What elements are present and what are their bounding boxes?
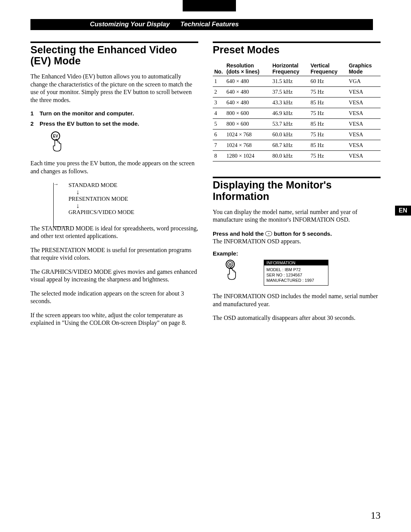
th-resolution: Resolution(dots × lines)	[225, 62, 271, 76]
table-cell: VGA	[347, 76, 381, 87]
table-cell: VESA	[347, 87, 381, 97]
table-cell: 43.3 kHz	[271, 97, 309, 108]
table-cell: 68.7 kHz	[271, 140, 309, 151]
arrow-down-icon: ↓	[76, 189, 198, 195]
header-left: Customizing Your Display	[30, 19, 175, 30]
ev-after-steps: Each time you press the EV button, the m…	[30, 160, 198, 175]
right-column: Preset Modes No. Resolution(dots × lines…	[213, 42, 381, 333]
table-row: 61024 × 76860.0 kHz75 HzVESA	[213, 129, 381, 140]
ev-intro: The Enhanced Video (EV) button allows yo…	[30, 73, 198, 104]
th-hfreq: HorizontalFrequency	[271, 62, 309, 76]
step-1: 1 Turn on the monitor and computer.	[30, 110, 198, 117]
table-cell: 46.9 kHz	[271, 108, 309, 119]
table-cell: VESA	[347, 129, 381, 140]
section-header-bar: Customizing Your Display Technical Featu…	[30, 19, 381, 30]
mode-diagram: → STANDARD MODE ↓ PRESENTATION MODE ↓ GR…	[53, 181, 198, 216]
th-no: No.	[213, 62, 225, 76]
table-cell: VESA	[347, 151, 381, 161]
section-rule	[30, 42, 198, 43]
osd-timeout-note: The OSD automatically disappears after a…	[213, 314, 381, 322]
table-cell: 1	[213, 76, 225, 87]
table-cell: 75 Hz	[309, 129, 347, 140]
table-cell: 640 × 480	[225, 97, 271, 108]
menu-button-press-icon	[224, 260, 241, 282]
table-row: 3640 × 48043.3 kHz85 HzVESA	[213, 97, 381, 108]
svg-text:EV: EV	[53, 134, 58, 138]
table-row: 5800 × 60053.7 kHz85 HzVESA	[213, 119, 381, 129]
arrow-right-icon: →	[53, 181, 59, 187]
table-row: 1640 × 48031.5 kHz60 HzVGA	[213, 76, 381, 87]
osd-serial: SER NO : 1234567	[266, 272, 326, 278]
table-cell: 6	[213, 129, 225, 140]
preset-modes-title: Preset Modes	[213, 45, 381, 56]
example-label: Example:	[213, 250, 381, 257]
table-cell: 85 Hz	[309, 140, 347, 151]
table-cell: VESA	[347, 119, 381, 129]
menu-button-icon: ≡	[265, 231, 272, 236]
left-column: Selecting the Enhanced Video (EV) Mode T…	[30, 42, 198, 333]
table-cell: 5	[213, 119, 225, 129]
step-text: Press the EV button to set the mode.	[40, 120, 139, 127]
press-hold-instruction: Press and hold the ≡ button for 5 second…	[213, 230, 381, 246]
table-cell: 60 Hz	[309, 76, 347, 87]
header-right: Technical Features	[175, 19, 373, 30]
table-cell: 80.0 kHz	[271, 151, 309, 161]
table-cell: 3	[213, 97, 225, 108]
table-cell: 4	[213, 108, 225, 119]
section-rule	[213, 177, 381, 178]
table-row: 81280 × 102480.0 kHz75 HzVESA	[213, 151, 381, 161]
table-cell: 8	[213, 151, 225, 161]
information-osd: INFORMATION MODEL : IBM P72 SER NO : 123…	[264, 260, 328, 286]
arrow-down-icon: ↓	[76, 203, 198, 208]
table-cell: 1024 × 768	[225, 140, 271, 151]
table-cell: 60.0 kHz	[271, 129, 309, 140]
section-rule	[213, 42, 381, 43]
table-cell: VESA	[347, 97, 381, 108]
table-cell: 37.5 kHz	[271, 87, 309, 97]
table-cell: 31.5 kHz	[271, 76, 309, 87]
ev-button-press-icon: EV	[49, 131, 198, 153]
table-cell: 75 Hz	[309, 151, 347, 161]
table-cell: 800 × 600	[225, 119, 271, 129]
osd-manufactured: MANUFACTURED : 1997	[266, 278, 326, 283]
th-vfreq: VerticalFrequency	[309, 62, 347, 76]
table-cell: 75 Hz	[309, 87, 347, 97]
table-row: 71024 × 76868.7 kHz85 HzVESA	[213, 140, 381, 151]
table-cell: 640 × 480	[225, 76, 271, 87]
language-tab: EN	[395, 206, 411, 216]
example-row: INFORMATION MODEL : IBM P72 SER NO : 123…	[224, 260, 381, 286]
presentation-mode-desc: The PRESENTATION MODE is useful for pres…	[30, 246, 198, 262]
table-row: 2640 × 48037.5 kHz75 HzVESA	[213, 87, 381, 97]
step-number: 2	[30, 120, 36, 127]
osd-title: INFORMATION	[264, 260, 328, 265]
table-cell: 1024 × 768	[225, 129, 271, 140]
step-list: 1 Turn on the monitor and computer. 2 Pr…	[30, 110, 198, 127]
info-intro: You can display the model name, serial n…	[213, 208, 381, 224]
info-title: Displaying the Monitor's Information	[213, 180, 381, 202]
table-cell: 2	[213, 87, 225, 97]
table-cell: 75 Hz	[309, 108, 347, 119]
table-cell: VESA	[347, 140, 381, 151]
osd-model: MODEL : IBM P72	[266, 267, 326, 272]
table-cell: 53.7 kHz	[271, 119, 309, 129]
th-gmode: GraphicsMode	[347, 62, 381, 76]
mode-presentation: PRESENTATION MODE	[68, 195, 198, 203]
table-cell: 1280 × 1024	[225, 151, 271, 161]
table-cell: 85 Hz	[309, 119, 347, 129]
table-cell: VESA	[347, 108, 381, 119]
preset-modes-table: No. Resolution(dots × lines) HorizontalF…	[213, 62, 381, 161]
table-cell: 7	[213, 140, 225, 151]
table-cell: 85 Hz	[309, 97, 347, 108]
mode-standard: STANDARD MODE	[68, 181, 198, 189]
info-content-note: The INFORMATION OSD includes the model n…	[213, 292, 381, 308]
top-crop-mark	[183, 0, 236, 11]
step-text: Turn on the monitor and computer.	[40, 110, 134, 117]
step-number: 1	[30, 110, 36, 117]
ev-mode-title: Selecting the Enhanced Video (EV) Mode	[30, 45, 198, 67]
mode-indication-note: The selected mode indication appears on …	[30, 290, 198, 305]
table-cell: 640 × 480	[225, 87, 271, 97]
graphics-mode-desc: The GRAPHICS/VIDEO MODE gives movies and…	[30, 268, 198, 284]
color-temp-note: If the screen appears too white, adjust …	[30, 312, 198, 327]
loop-line	[53, 183, 68, 227]
mode-graphics: GRAPHICS/VIDEO MODE	[68, 208, 198, 216]
